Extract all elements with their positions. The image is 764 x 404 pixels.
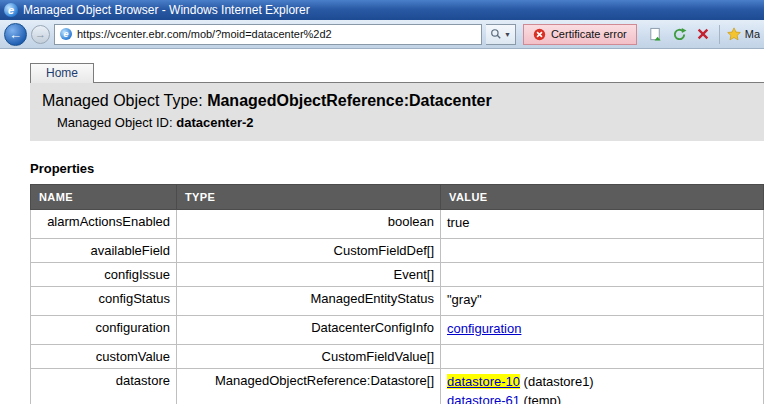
property-value [441, 239, 764, 263]
property-value: datastore-10 (datastore1)datastore-61 (t… [441, 369, 764, 404]
column-header-name: NAME [31, 185, 177, 210]
managed-object-type-label: Managed Object Type: [42, 92, 207, 109]
properties-heading: Properties [30, 161, 764, 176]
column-header-value: VALUE [441, 185, 764, 210]
refresh-icon [672, 27, 687, 42]
forward-arrow-icon: → [35, 28, 46, 40]
favorites-item-label: Ma [745, 28, 760, 40]
property-name: configuration [31, 316, 177, 345]
property-value [441, 345, 764, 369]
value-text: (datastore1) [520, 374, 594, 389]
ie-logo-icon: e [4, 3, 18, 17]
value-link[interactable]: datastore-61 [447, 393, 520, 404]
address-bar[interactable]: e https://vcenter.ebr.com/mob/?moid=data… [54, 24, 482, 45]
property-type: ManagedObjectReference:Datastore[] [177, 369, 441, 404]
page-icon [648, 27, 663, 42]
managed-object-id-value: datacenter-2 [176, 115, 253, 130]
search-dropdown-icon: ▼ [504, 31, 511, 38]
tab-home-label: Home [46, 66, 78, 80]
property-row: customValueCustomFieldValue[] [31, 345, 764, 369]
value-link[interactable]: datastore-10 [447, 374, 520, 389]
managed-object-type-value: ManagedObjectReference:Datacenter [207, 92, 492, 109]
property-name: datastore [31, 369, 177, 404]
search-button[interactable]: ▼ [486, 24, 516, 45]
toolbar-separator [719, 25, 720, 44]
forward-button[interactable]: → [31, 25, 50, 44]
title-bar: e Managed Object Browser - Windows Inter… [0, 0, 764, 20]
value-text: "gray" [447, 292, 482, 307]
property-type: CustomFieldDef[] [177, 239, 441, 263]
property-row: alarmActionsEnabledbooleantrue [31, 210, 764, 239]
property-name: alarmActionsEnabled [31, 210, 177, 239]
value-line: datastore-61 (temp) [447, 393, 757, 404]
managed-object-type-line: Managed Object Type: ManagedObjectRefere… [42, 92, 752, 110]
property-name: availableField [31, 239, 177, 263]
column-header-type: TYPE [177, 185, 441, 210]
favorites-star-icon [727, 27, 741, 41]
managed-object-id-line: Managed Object ID: datacenter-2 [57, 115, 752, 130]
value-line: "gray" [447, 292, 757, 307]
certificate-error-label: Certificate error [551, 28, 627, 40]
table-header-row: NAME TYPE VALUE [31, 185, 764, 210]
managed-object-id-label: Managed Object ID: [57, 115, 176, 130]
property-row: configIssueEvent[] [31, 263, 764, 287]
property-type: ManagedEntityStatus [177, 287, 441, 316]
value-text: true [447, 215, 469, 230]
value-link[interactable]: configuration [447, 321, 521, 336]
property-type: DatacenterConfigInfo [177, 316, 441, 345]
toolbar-icons: Ma [647, 25, 760, 44]
certificate-error-icon [533, 28, 546, 41]
back-button[interactable]: ← [4, 23, 27, 46]
window-title: Managed Object Browser - Windows Interne… [23, 3, 310, 17]
property-value: "gray" [441, 287, 764, 316]
page-favicon-icon: e [60, 28, 72, 40]
stop-button[interactable] [695, 26, 712, 43]
refresh-button[interactable] [671, 26, 688, 43]
certificate-error-badge[interactable]: Certificate error [523, 24, 637, 45]
property-type: Event[] [177, 263, 441, 287]
tab-home[interactable]: Home [30, 63, 94, 83]
property-type: CustomFieldValue[] [177, 345, 441, 369]
object-header: Managed Object Type: ManagedObjectRefere… [30, 82, 764, 141]
property-row: datastoreManagedObjectReference:Datastor… [31, 369, 764, 404]
page-content: Home Managed Object Type: ManagedObjectR… [0, 49, 764, 404]
property-name: configIssue [31, 263, 177, 287]
value-line: configuration [447, 321, 757, 336]
property-row: configurationDatacenterConfigInfoconfigu… [31, 316, 764, 345]
property-name: customValue [31, 345, 177, 369]
property-type: boolean [177, 210, 441, 239]
stop-icon [696, 27, 710, 41]
property-row: configStatusManagedEntityStatus"gray" [31, 287, 764, 316]
value-text: (temp) [520, 393, 561, 404]
back-arrow-icon: ← [9, 27, 22, 42]
property-value: true [441, 210, 764, 239]
property-value [441, 263, 764, 287]
url-text[interactable]: https://vcenter.ebr.com/mob/?moid=datace… [77, 28, 332, 40]
value-line: datastore-10 (datastore1) [447, 374, 757, 389]
search-icon [490, 28, 502, 40]
value-line: true [447, 215, 757, 230]
properties-table: NAME TYPE VALUE alarmActionsEnabledboole… [30, 184, 764, 404]
property-value: configuration [441, 316, 764, 345]
favorites-item[interactable]: Ma [727, 27, 760, 41]
property-name: configStatus [31, 287, 177, 316]
property-row: availableFieldCustomFieldDef[] [31, 239, 764, 263]
navigation-bar: ← → e https://vcenter.ebr.com/mob/?moid=… [0, 20, 764, 49]
page-button[interactable] [647, 26, 664, 43]
